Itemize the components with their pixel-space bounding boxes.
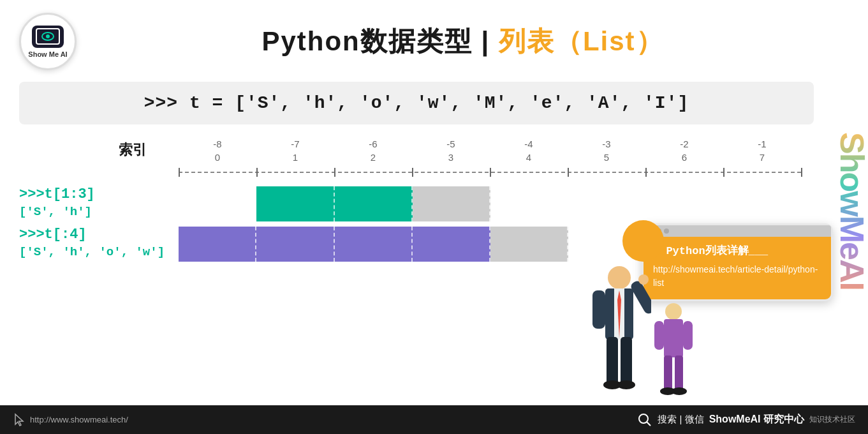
logo-eye [41, 32, 54, 41]
slice2-code: >>>t[:4] [19, 227, 166, 243]
pos-idx-1: 1 [256, 151, 334, 164]
svg-point-18 [672, 387, 687, 395]
index-numbers-container: -8 -7 -6 -5 -4 -3 -2 -1 0 1 2 3 4 5 [166, 137, 814, 183]
timeline [179, 168, 801, 177]
neg-idx-1: -7 [256, 137, 334, 151]
slice1-seg7 [725, 186, 801, 221]
tick-3 [412, 168, 413, 177]
title-black: Python数据类型 | [261, 26, 498, 56]
orange-circle-decoration [622, 220, 664, 262]
svg-rect-12 [664, 319, 683, 357]
svg-point-19 [639, 414, 648, 423]
slice1-seg4 [490, 186, 568, 221]
svg-rect-8 [621, 337, 632, 385]
neg-idx-0: -8 [179, 137, 256, 151]
slice1-result: ['S', 'h'] [19, 205, 166, 219]
watermark-text: ShowMeAI [836, 132, 868, 290]
slice2-seg4 [490, 227, 568, 262]
code-block: >>> t = ['S', 'h', 'o', 'w', 'M', 'e', '… [19, 82, 814, 124]
slice1-seg0 [179, 186, 256, 221]
index-label: 索引 [119, 142, 147, 158]
negative-indices: -8 -7 -6 -5 -4 -3 -2 -1 [179, 137, 801, 151]
logo-label: Show Me AI [28, 51, 67, 58]
tick-7 [723, 168, 725, 177]
logo-screen [32, 26, 64, 48]
slice1-seg1 [256, 186, 334, 221]
svg-point-0 [608, 266, 631, 289]
logo: Show Me AI [19, 13, 77, 70]
pos-idx-7: 7 [723, 151, 801, 164]
person-figure-2 [651, 300, 696, 402]
slice2-seg0 [179, 227, 256, 262]
logo-screen-inner [36, 28, 60, 45]
positive-indices: 0 1 2 3 4 5 6 7 [179, 151, 801, 164]
svg-point-10 [617, 380, 635, 389]
slice2-seg1 [256, 227, 334, 262]
person-figure [587, 262, 651, 402]
slice1-seg5 [568, 186, 646, 221]
header: Show Me AI Python数据类型 | 列表（List） [19, 13, 849, 70]
tick-2 [334, 168, 335, 177]
cursor-icon [13, 413, 27, 427]
slice2-result: ['S', 'h', 'o', 'w'] [19, 245, 166, 259]
slice1-code: >>>t[1:3] [19, 186, 166, 202]
slice1-bar [166, 186, 814, 221]
neg-idx-4: -4 [490, 137, 568, 151]
slice1-container: >>>t[1:3] ['S', 'h'] [19, 186, 814, 221]
person2-svg [651, 300, 696, 402]
pos-idx-5: 5 [568, 151, 645, 164]
svg-rect-13 [654, 321, 664, 350]
title-orange: 列表（List） [499, 26, 664, 56]
svg-point-6 [638, 274, 649, 285]
search-icon-bottom [637, 412, 652, 428]
bottom-url: http://www.showmeai.tech/ [30, 415, 128, 424]
bottom-brand: ShowMeAI 研究中心 [709, 413, 804, 426]
slice1-seg2 [335, 186, 413, 221]
svg-rect-16 [675, 355, 683, 391]
neg-idx-7: -1 [723, 137, 801, 151]
bottom-community: 知识技术社区 [809, 414, 855, 425]
slice2-labels: >>>t[:4] ['S', 'h', 'o', 'w'] [19, 227, 166, 259]
slice1-bar-row [179, 186, 801, 221]
bottom-url-container: http://www.showmeai.tech/ [13, 413, 128, 427]
pos-idx-4: 4 [490, 151, 568, 164]
info-dot-3 [664, 228, 669, 234]
info-card: > Python列表详解___ http://showmeai.tech/art… [642, 223, 833, 301]
index-section: 索引 -8 -7 -6 -5 -4 -3 -2 -1 0 1 [19, 137, 814, 183]
svg-rect-7 [607, 337, 618, 385]
slice2-seg3 [413, 227, 490, 262]
bottom-bar: http://www.showmeai.tech/ 搜索 | 微信 ShowMe… [0, 405, 868, 434]
pos-idx-3: 3 [412, 151, 490, 164]
index-label-container: 索引 [19, 137, 166, 160]
svg-line-20 [647, 422, 651, 426]
bottom-search-label: 搜索 | 微信 [658, 414, 703, 426]
info-card-header [644, 225, 831, 237]
info-card-url: http://showmeai.tech/article-detail/pyth… [653, 263, 821, 290]
slice1-seg6 [647, 186, 725, 221]
svg-rect-14 [683, 321, 693, 350]
svg-rect-4 [592, 290, 605, 329]
page-container: Show Me AI Python数据类型 | 列表（List） ShowMeA… [0, 0, 868, 434]
tick-6 [645, 168, 647, 177]
info-card-title: > Python列表详解___ [653, 243, 821, 258]
svg-point-11 [665, 303, 682, 320]
code-prompt: >>> [144, 93, 189, 113]
pos-idx-0: 0 [179, 151, 256, 164]
pos-idx-6: 6 [645, 151, 723, 164]
tick-0 [179, 168, 180, 177]
pos-idx-2: 2 [334, 151, 412, 164]
slice1-labels: >>>t[1:3] ['S', 'h'] [19, 186, 166, 219]
svg-rect-15 [664, 355, 672, 391]
neg-idx-2: -6 [334, 137, 412, 151]
neg-idx-3: -5 [412, 137, 490, 151]
side-watermark: ShowMeAI [836, 89, 868, 332]
slice1-seg3 [413, 186, 490, 221]
tick-1 [256, 168, 258, 177]
person-svg [587, 262, 651, 402]
tick-4 [490, 168, 491, 177]
bottom-brand-container: 搜索 | 微信 ShowMeAI 研究中心 知识技术社区 [637, 412, 855, 428]
page-title: Python数据类型 | 列表（List） [77, 24, 849, 59]
neg-idx-6: -2 [645, 137, 723, 151]
code-expression: t = ['S', 'h', 'o', 'w', 'M', 'e', 'A', … [189, 93, 689, 113]
tick-5 [568, 168, 569, 177]
